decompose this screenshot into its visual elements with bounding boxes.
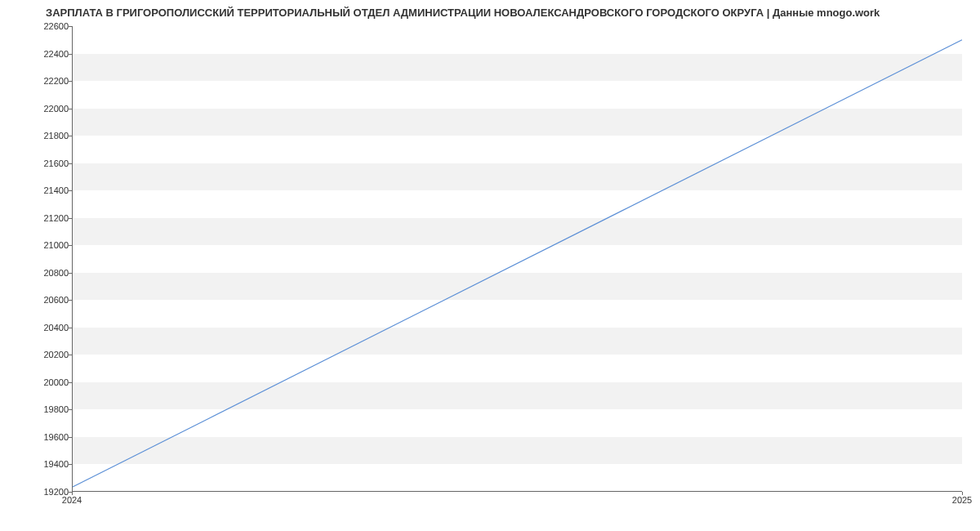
y-axis-tick (69, 300, 72, 301)
y-tick-label: 22400 (43, 49, 69, 59)
y-axis-tick (69, 328, 72, 328)
y-axis-tick (69, 355, 72, 355)
y-tick-label: 21400 (43, 185, 69, 195)
y-tick-label: 20600 (43, 295, 69, 305)
y-axis-tick (69, 54, 72, 55)
y-axis-tick (69, 409, 72, 410)
y-axis-tick (69, 81, 72, 82)
y-axis-tick (69, 136, 72, 136)
y-tick-label: 22000 (43, 104, 69, 114)
chart-title: ЗАРПЛАТА В ГРИГОРОПОЛИССКИЙ ТЕРРИТОРИАЛЬ… (46, 7, 880, 19)
y-axis-tick (69, 464, 72, 465)
y-axis-tick (69, 26, 72, 27)
y-tick-label: 20800 (43, 268, 69, 278)
y-tick-label: 19800 (43, 404, 69, 414)
y-tick-label: 19600 (43, 432, 69, 442)
y-tick-label: 21200 (43, 213, 69, 223)
chart-container: ЗАРПЛАТА В ГРИГОРОПОЛИССКИЙ ТЕРРИТОРИАЛЬ… (0, 0, 980, 531)
x-tick-label: 2024 (62, 495, 82, 505)
y-tick-label: 21600 (43, 158, 69, 168)
y-axis-tick (69, 273, 72, 274)
y-axis-tick (69, 163, 72, 164)
y-tick-label: 21800 (43, 131, 69, 141)
y-tick-label: 19400 (43, 459, 69, 469)
x-axis-tick (72, 492, 73, 495)
y-tick-label: 22200 (43, 76, 69, 86)
y-tick-label: 22600 (43, 21, 69, 31)
plot-area (72, 26, 962, 492)
y-axis-tick (69, 437, 72, 438)
chart-line-svg (73, 26, 962, 491)
y-axis-tick (69, 109, 72, 109)
data-line (73, 40, 962, 487)
y-axis-tick (69, 218, 72, 219)
y-axis-tick (69, 190, 72, 191)
y-tick-label: 20000 (43, 377, 69, 387)
y-axis-tick (69, 382, 72, 383)
x-tick-label: 2025 (952, 495, 972, 505)
y-tick-label: 20400 (43, 323, 69, 332)
y-tick-label: 21000 (43, 240, 69, 250)
y-tick-label: 20200 (43, 350, 69, 359)
x-axis-tick (962, 492, 963, 495)
y-axis-tick (69, 245, 72, 246)
